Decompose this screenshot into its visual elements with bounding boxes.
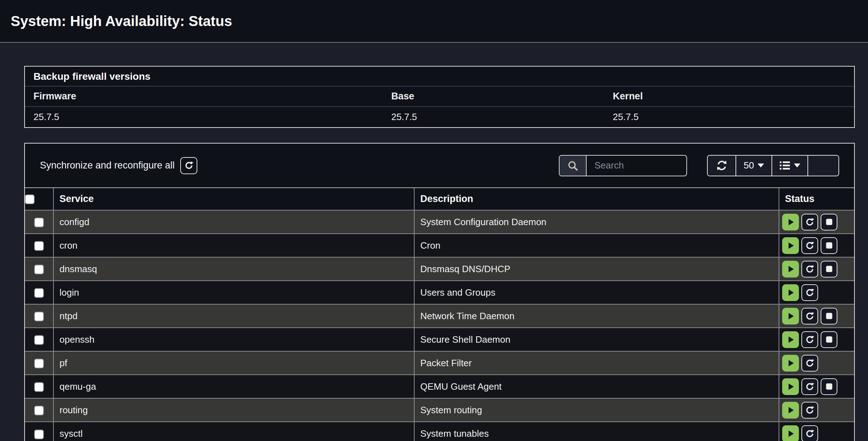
stop-button[interactable] [821, 331, 837, 348]
stop-icon [825, 382, 834, 391]
restart-button[interactable] [801, 378, 818, 395]
backup-versions-panel: Backup firewall versions Firmware Base K… [24, 66, 855, 128]
rotate-right-icon [805, 264, 815, 274]
start-button[interactable] [782, 331, 799, 348]
row-checkbox[interactable] [34, 359, 44, 368]
service-name: login [53, 281, 414, 304]
stop-button[interactable] [821, 237, 837, 254]
service-description: System routing [414, 398, 779, 422]
versions-value-base: 25.7.5 [391, 111, 613, 123]
row-checkbox[interactable] [34, 312, 44, 321]
start-button[interactable] [782, 425, 799, 441]
table-row: login Users and Groups [25, 281, 854, 304]
versions-header-firmware: Firmware [33, 91, 391, 102]
caret-down-icon [794, 164, 800, 167]
stop-icon [825, 311, 834, 321]
column-header-status: Status [779, 188, 854, 210]
service-name: routing [53, 398, 414, 422]
play-icon [785, 287, 796, 298]
restart-button[interactable] [801, 214, 818, 230]
stop-button[interactable] [821, 378, 837, 395]
rotate-right-icon [805, 335, 815, 344]
stop-button[interactable] [821, 261, 837, 277]
service-description: Cron [414, 234, 779, 257]
table-row: openssh Secure Shell Daemon [25, 328, 854, 351]
table-row: qemu-ga QEMU Guest Agent [25, 375, 854, 398]
play-icon [785, 358, 796, 368]
versions-header-base: Base [391, 91, 613, 102]
sync-control: Synchronize and reconfigure all [40, 157, 197, 174]
service-actions [782, 331, 854, 348]
table-row: configd System Configuration Daemon [25, 210, 854, 234]
rotate-right-icon [805, 217, 815, 227]
start-button[interactable] [782, 237, 799, 254]
start-button[interactable] [782, 284, 799, 301]
row-checkbox[interactable] [34, 335, 44, 345]
row-checkbox[interactable] [34, 382, 44, 392]
start-button[interactable] [782, 355, 799, 372]
start-button[interactable] [782, 378, 799, 395]
services-table: Service Description Status configd Syste… [25, 188, 854, 441]
rotate-right-icon [805, 241, 815, 250]
rotate-right-icon [805, 429, 815, 439]
page-size-dropdown[interactable]: 50 [736, 156, 772, 176]
restart-button[interactable] [801, 355, 818, 372]
service-description: Network Time Daemon [414, 304, 779, 328]
stop-button[interactable] [821, 214, 837, 230]
search-input[interactable] [587, 156, 686, 176]
row-checkbox[interactable] [34, 265, 44, 274]
service-actions [782, 237, 854, 254]
page-header: System: High Availability: Status [0, 0, 868, 43]
stop-button[interactable] [821, 308, 837, 325]
restart-button[interactable] [801, 261, 818, 277]
stop-icon [825, 217, 834, 227]
start-button[interactable] [782, 402, 799, 419]
restart-button[interactable] [801, 425, 818, 441]
play-icon [785, 405, 796, 415]
sync-label: Synchronize and reconfigure all [40, 160, 175, 171]
service-table-body: configd System Configuration Daemon [25, 210, 854, 441]
restart-button[interactable] [801, 402, 818, 419]
table-row: pf Packet Filter [25, 351, 854, 375]
refresh-button[interactable] [708, 156, 736, 176]
row-checkbox[interactable] [34, 288, 44, 298]
column-select-dropdown[interactable] [772, 156, 808, 176]
rotate-right-icon [805, 288, 815, 297]
play-icon [785, 429, 796, 439]
service-actions [782, 261, 854, 277]
service-description: Dnsmasq DNS/DHCP [414, 257, 779, 281]
service-description: Users and Groups [414, 281, 779, 304]
rotate-right-icon [184, 161, 194, 170]
service-actions [782, 308, 854, 325]
play-icon [785, 382, 796, 392]
play-icon [785, 217, 796, 227]
rotate-right-icon [805, 358, 815, 368]
restart-button[interactable] [801, 237, 818, 254]
services-panel: Synchronize and reconfigure all [24, 143, 855, 441]
service-actions [782, 284, 854, 301]
rotate-right-icon [805, 382, 815, 391]
play-icon [785, 240, 796, 251]
service-name: openssh [53, 328, 414, 351]
select-all-checkbox[interactable] [25, 194, 35, 204]
restart-button[interactable] [801, 331, 818, 348]
table-row: routing System routing [25, 398, 854, 422]
restart-button[interactable] [801, 284, 818, 301]
versions-value-firmware: 25.7.5 [33, 111, 391, 123]
start-button[interactable] [782, 214, 799, 230]
row-checkbox[interactable] [34, 430, 44, 439]
toolbar-right: 50 [559, 155, 839, 176]
service-name: pf [53, 351, 414, 375]
table-row: dnsmasq Dnsmasq DNS/DHCP [25, 257, 854, 281]
empty-button[interactable] [808, 156, 838, 176]
rotate-right-icon [805, 311, 815, 321]
row-checkbox[interactable] [34, 241, 44, 251]
sync-reconfigure-button[interactable] [180, 157, 197, 174]
service-description: QEMU Guest Agent [414, 375, 779, 398]
start-button[interactable] [782, 261, 799, 277]
row-checkbox[interactable] [34, 406, 44, 415]
restart-button[interactable] [801, 308, 818, 325]
start-button[interactable] [782, 308, 799, 325]
row-checkbox[interactable] [34, 218, 44, 227]
versions-value-kernel: 25.7.5 [613, 111, 854, 123]
